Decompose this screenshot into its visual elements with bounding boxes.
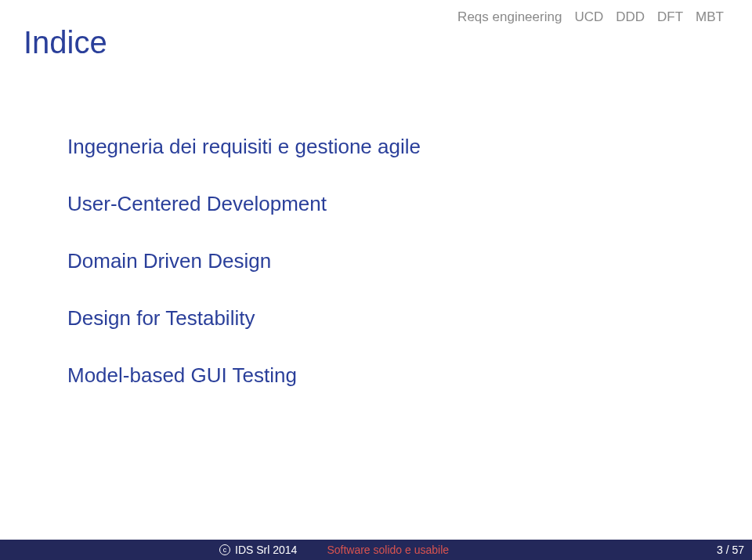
toc-item-domain-driven-design[interactable]: Domain Driven Design [67, 249, 421, 273]
nav-item-reqs-engineering[interactable]: Reqs engineering [457, 9, 562, 25]
nav-item-mbt[interactable]: MBT [696, 9, 724, 25]
toc-item-user-centered-development[interactable]: User-Centered Development [67, 192, 421, 216]
page-number: 3 / 57 [717, 544, 744, 556]
slide: Reqs engineering UCD DDD DFT MBT Indice … [0, 0, 752, 560]
toc-item-model-based-gui-testing[interactable]: Model-based GUI Testing [67, 363, 421, 388]
section-nav: Reqs engineering UCD DDD DFT MBT [457, 9, 724, 25]
nav-item-dft[interactable]: DFT [657, 9, 683, 25]
nav-item-ddd[interactable]: DDD [616, 9, 645, 25]
footer-title: Software solido e usabile [327, 544, 449, 556]
copyright-org: IDS Srl 2014 [235, 544, 297, 556]
toc-item-design-for-testability[interactable]: Design for Testability [67, 306, 421, 331]
page-title: Indice [24, 25, 107, 60]
nav-item-ucd[interactable]: UCD [574, 9, 603, 25]
table-of-contents: Ingegneria dei requisiti e gestione agil… [67, 135, 421, 388]
toc-item-ingegneria-requisiti[interactable]: Ingegneria dei requisiti e gestione agil… [67, 135, 421, 159]
copyright-icon: c [219, 544, 230, 555]
copyright: c IDS Srl 2014 [219, 544, 297, 556]
footer: c IDS Srl 2014 Software solido e usabile… [0, 540, 752, 560]
